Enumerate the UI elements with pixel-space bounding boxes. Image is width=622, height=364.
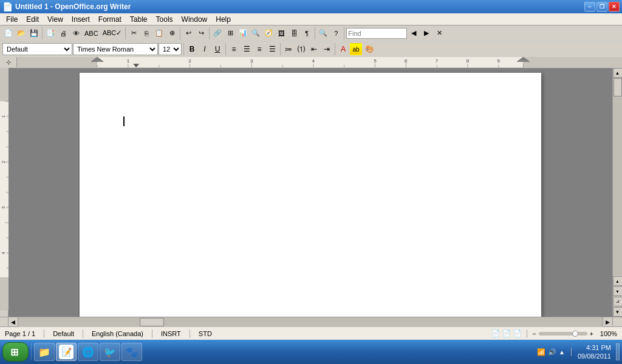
find-toolbar-input[interactable] — [346, 28, 407, 39]
restore-button[interactable]: ❐ — [596, 2, 607, 12]
gallery-button[interactable]: 🖼 — [275, 27, 287, 39]
scroll-page-down-button[interactable]: ▼ — [613, 286, 623, 296]
list-unordered-button[interactable]: ≔ — [282, 43, 295, 55]
redo-button[interactable]: ↪ — [195, 27, 207, 39]
tb-sep-fmt-2 — [225, 43, 226, 55]
clock[interactable]: 4:31 PM 09/08/2011 — [578, 343, 611, 361]
save-button[interactable]: 💾 — [28, 27, 40, 39]
char-background-button[interactable]: 🎨 — [363, 43, 377, 55]
h-scroll-track[interactable] — [18, 317, 603, 327]
preview-button[interactable]: 👁 — [70, 27, 82, 39]
paste-button[interactable]: 📋 — [153, 27, 165, 39]
h-scroll-left-button[interactable]: ◀ — [9, 317, 18, 327]
scroll-up-button[interactable]: ▲ — [613, 68, 623, 78]
status-sep-5 — [527, 329, 527, 338]
link-button[interactable]: 🔗 — [211, 27, 224, 39]
taskbar-thunderbird[interactable]: 🐦 — [100, 343, 120, 361]
table-button[interactable]: ⊞ — [224, 27, 236, 39]
clone-button[interactable]: ⊕ — [166, 27, 178, 39]
bold-button[interactable]: B — [186, 43, 198, 55]
document-scroll-area[interactable] — [9, 68, 612, 317]
paragraph-style-select[interactable]: Default — [2, 43, 72, 55]
help-button[interactable]: ? — [330, 27, 342, 39]
insert-mode[interactable]: INSRT — [161, 330, 181, 337]
svg-text:8: 8 — [466, 59, 470, 64]
spellcheck-button[interactable]: ABC — [83, 27, 100, 39]
chart-button[interactable]: 📊 — [237, 27, 249, 39]
menu-window[interactable]: Window — [178, 14, 211, 25]
find-button[interactable]: 🔍 — [250, 27, 262, 39]
zoom-in-button[interactable]: 🔍 — [317, 27, 329, 39]
nonprint-button[interactable]: ¶ — [301, 27, 313, 39]
horizontal-scrollbar: ◀ ▶ — [0, 317, 622, 326]
menu-format[interactable]: Format — [95, 14, 125, 25]
align-justify-button[interactable]: ☰ — [266, 43, 278, 55]
indent-increase-button[interactable]: ⇥ — [321, 43, 333, 55]
menu-edit[interactable]: Edit — [22, 14, 43, 25]
zoom-level[interactable]: 100% — [596, 330, 617, 337]
time-display: 4:31 PM — [578, 343, 611, 352]
scroll-track[interactable] — [613, 78, 623, 275]
underline-button[interactable]: U — [211, 43, 224, 55]
taskbar-sep-1 — [31, 343, 32, 360]
indent-decrease-button[interactable]: ⇤ — [308, 43, 320, 55]
h-scroll-right-button[interactable]: ▶ — [603, 317, 612, 327]
svg-rect-31 — [0, 101, 9, 277]
find-next-button[interactable]: ▶ — [420, 27, 432, 39]
list-ordered-button[interactable]: ⑴ — [295, 43, 307, 55]
pdf-button[interactable]: 📑 — [44, 27, 56, 39]
network-icon: 📶 — [537, 348, 545, 356]
close-button[interactable]: ✕ — [609, 2, 620, 12]
print-button[interactable]: 🖨 — [57, 27, 69, 39]
scroll-down-button[interactable]: ▼ — [613, 307, 623, 317]
open-button[interactable]: 📂 — [15, 27, 27, 39]
menu-file[interactable]: File — [2, 14, 21, 25]
show-desktop-button[interactable] — [616, 343, 620, 360]
undo-button[interactable]: ↩ — [182, 27, 194, 39]
zoom-out-icon[interactable]: − — [532, 330, 536, 337]
new-button[interactable]: 📄 — [2, 27, 15, 39]
taskbar-chrome[interactable]: 🌐 — [78, 343, 98, 361]
taskbar-gimp[interactable]: 🐾 — [121, 343, 142, 361]
language: English (Canada) — [92, 330, 143, 337]
align-center-button[interactable]: ☰ — [241, 43, 253, 55]
tb-sep-6 — [344, 27, 344, 39]
menu-tools[interactable]: Tools — [152, 14, 177, 25]
cut-button[interactable]: ✂ — [128, 27, 140, 39]
align-right-button[interactable]: ≡ — [253, 43, 265, 55]
scroll-last-button[interactable]: ⊿ — [613, 297, 623, 306]
align-left-button[interactable]: ≡ — [228, 43, 240, 55]
svg-text:1: 1 — [1, 115, 5, 118]
find-close-button[interactable]: ✕ — [433, 27, 445, 39]
datasource-button[interactable]: 🗄 — [288, 27, 300, 39]
menu-insert[interactable]: Insert — [68, 14, 94, 25]
menu-view[interactable]: View — [44, 14, 67, 25]
zoom-in-icon[interactable]: + — [590, 330, 593, 337]
menu-table[interactable]: Table — [126, 14, 151, 25]
font-name-select[interactable]: Times New Roman — [73, 43, 158, 55]
navigator-button[interactable]: 🧭 — [262, 27, 275, 39]
start-button[interactable]: ⊞ — [2, 342, 29, 362]
document-page — [80, 73, 541, 317]
svg-text:2: 2 — [1, 161, 5, 163]
copy-button[interactable]: ⎘ — [140, 27, 152, 39]
taskbar-openoffice[interactable]: 📝 — [56, 343, 77, 361]
h-scroll-thumb[interactable] — [140, 318, 164, 326]
font-size-select[interactable]: 12 — [159, 43, 182, 55]
scroll-thumb[interactable] — [613, 78, 622, 96]
taskbar-explorer[interactable]: 📁 — [34, 343, 55, 361]
highlight-button[interactable]: ab — [350, 43, 362, 55]
status-sep-3 — [152, 329, 152, 338]
tray-arrow[interactable]: ▲ — [559, 349, 565, 356]
svg-text:5: 5 — [374, 59, 377, 64]
autocorrect-button[interactable]: ABC✓ — [101, 27, 124, 39]
menu-help[interactable]: Help — [212, 14, 234, 25]
minimize-button[interactable]: − — [584, 2, 595, 12]
selection-mode: STD — [199, 330, 212, 337]
vertical-ruler: 1 2 3 4 — [0, 68, 9, 317]
italic-button[interactable]: I — [199, 43, 211, 55]
scroll-page-up-button[interactable]: ▲ — [613, 276, 623, 286]
zoom-slider-thumb[interactable] — [572, 331, 578, 337]
font-color-button[interactable]: A — [337, 43, 349, 55]
find-prev-button[interactable]: ◀ — [408, 27, 420, 39]
